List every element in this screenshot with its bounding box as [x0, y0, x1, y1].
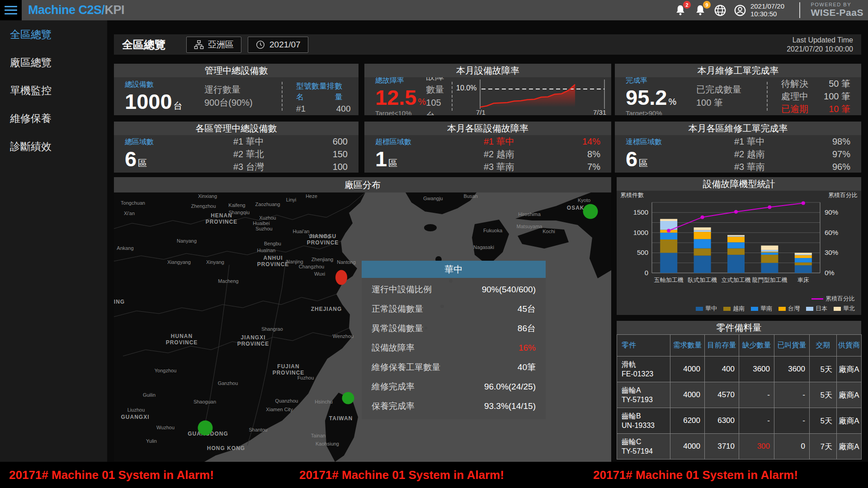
tooltip-row: 維修保養工單數量40筆	[362, 357, 546, 377]
parts-table-body: 滑軌FE-013234000400360036005天廠商A齒輪ATY-5719…	[617, 357, 862, 460]
divider	[452, 82, 453, 111]
table-cell: -	[774, 408, 810, 434]
topbar-divider	[799, 2, 800, 18]
clock-icon	[255, 40, 265, 50]
card-fault-rate: 本月設備故障率 總故障率 12.5 % Target<10% 故障數量 105台…	[364, 64, 611, 115]
powered-by-line2: WISE-PaaS	[811, 7, 863, 18]
top-bar: Machine C2S/ KPI 2 9	[0, 0, 868, 20]
completion-target: Target>90%	[626, 109, 696, 116]
running-devices-stat: 運行數量 900台(90%)	[204, 83, 279, 109]
factory-status-marker[interactable]	[335, 270, 347, 285]
region-work-order-list: #1 華中98%#2 越南97%#3 華南96%	[723, 135, 861, 173]
card-title: 零件備料量	[617, 321, 861, 334]
alarm-marquee-text: 20171# Machine 01 System in Alarm!	[299, 468, 504, 482]
fault-count-stat: 故障數量 105台	[426, 77, 449, 115]
svg-text:1500: 1500	[633, 208, 648, 216]
stat-row: #3 華南7%	[484, 160, 600, 173]
stat-row: #1 AB012300400	[296, 103, 348, 115]
sidebar-item[interactable]: 維修保養	[0, 104, 107, 132]
region-fault-list: #1 華中14%#2 越南8%#3 華南7%	[473, 135, 611, 173]
table-cell: 3600	[739, 357, 774, 382]
system-date: 2021/07/20	[750, 2, 784, 10]
stat-row: #2 越南8%	[484, 148, 600, 160]
stat-row: 已逾期10 筆	[781, 103, 850, 115]
main-content: 全區總覽 亞洲區 2021/07 Last Updated Time	[107, 20, 868, 462]
svg-text:累積件數: 累積件數	[620, 192, 644, 198]
notification-bell-button[interactable]: 2	[674, 4, 687, 17]
month-filter-button[interactable]: 2021/07	[248, 37, 308, 53]
svg-text:臥式加工機: 臥式加工機	[688, 277, 717, 283]
sidebar-item[interactable]: 單機監控	[0, 76, 107, 104]
factory-status-marker[interactable]	[198, 421, 213, 436]
svg-text:60%: 60%	[825, 229, 838, 236]
pareto-line-legend: 累積百分比	[617, 294, 861, 303]
stat-row: #3 華南96%	[734, 160, 850, 173]
legend-entry[interactable]: 華南	[751, 305, 772, 313]
table-cell: 3600	[774, 357, 810, 382]
account-button[interactable]	[733, 4, 747, 17]
sitemap-icon	[194, 40, 204, 50]
part-code: TY-57194	[622, 446, 666, 456]
table-cell: 7天	[810, 434, 837, 460]
total-devices-value: 1000	[125, 90, 172, 113]
card-title: 管理中總設備數	[114, 64, 359, 77]
legend-entry[interactable]: 日本	[806, 305, 827, 313]
legend-entry[interactable]: 台灣	[778, 305, 800, 313]
total-devices-stat: 總設備數 1000 台	[114, 80, 204, 113]
model-ranking-list: 型號數量排名 數量 #1 AB012300400#2 CD012310310#3…	[285, 81, 359, 115]
card-region-fault: 本月各區設備故障率 超標區域數 1 區 #1 華中14%#2 越南8%#3 華南…	[364, 122, 611, 173]
threshold-label: 10.0%	[456, 84, 476, 92]
stat-row: #1 華中14%	[484, 135, 600, 148]
user-icon	[733, 4, 747, 17]
fault-trend-chart: 10.0% 7/1 7/31	[455, 77, 611, 115]
card-region-devices: 各區管理中總設備數 總區域數 6 區 #1 華中600#2 華北150#3 台灣…	[114, 122, 359, 173]
hamburger-menu-button[interactable]	[0, 0, 22, 20]
over-limit-region-stat: 超標區域數 1 區	[364, 137, 473, 170]
sidebar-nav: 全區總覽廠區總覽單機監控維修保養診斷績效	[0, 20, 107, 462]
table-cell: 0	[774, 434, 810, 460]
card-work-order: 本月維修工單完成率 完成率 95.2 % Target>90% 已完成數量 10…	[615, 64, 861, 115]
legend-entry[interactable]: 華中	[696, 305, 717, 313]
last-updated: Last Updated Time 2021/07/20 10:00:00	[787, 36, 853, 54]
alarm-marquee-text: 20171# Machine 01 System in Alarm!	[9, 468, 214, 482]
svg-text:1000: 1000	[633, 229, 648, 236]
stat-row: 處理中100 筆	[781, 90, 850, 103]
stat-row: #1 華中600	[233, 135, 348, 148]
language-globe-button[interactable]	[713, 4, 727, 17]
region-filter-button[interactable]: 亞洲區	[186, 37, 241, 53]
table-cell: -	[739, 382, 774, 408]
app-root: Machine C2S/ KPI 2 9	[0, 0, 868, 488]
tooltip-row: 運行中設備比例90%(540/600)	[362, 280, 546, 299]
globe-icon	[713, 4, 727, 17]
table-header-cell: 需求數量	[670, 335, 705, 357]
divider	[282, 82, 283, 111]
sidebar-item[interactable]: 診斷績效	[0, 132, 107, 160]
page-title: 全區總覽	[122, 38, 165, 52]
factory-status-marker[interactable]	[583, 204, 598, 219]
table-cell: -	[774, 382, 810, 408]
card-factory-map: 廠區分布	[114, 177, 611, 462]
legend-entry[interactable]: 華北	[834, 305, 855, 313]
sidebar-item[interactable]: 全區總覽	[0, 20, 107, 48]
legend-entry-line[interactable]: 累積百分比	[811, 295, 855, 303]
legend-entry[interactable]: 越南	[723, 305, 745, 313]
sidebar-item[interactable]: 廠區總覽	[0, 48, 107, 76]
region-devices-list: #1 華中600#2 華北150#3 台灣100	[222, 135, 359, 173]
factory-status-marker[interactable]	[342, 392, 354, 404]
part-code: UN-19333	[622, 421, 666, 430]
card-title: 各區管理中總設備數	[114, 122, 359, 135]
svg-text:立式加工機: 立式加工機	[722, 277, 751, 283]
region-tooltip: 華中 運行中設備比例90%(540/600)正常設備數量45台異常設備數量86台…	[362, 261, 546, 419]
tooltip-row: 保養完成率93.3%(14/15)	[362, 396, 546, 416]
table-cell: 3710	[705, 434, 739, 460]
map-canvas[interactable]: HENAN PROVINCEJIANGSU PROVINCEANHUI PROV…	[114, 192, 611, 462]
card-fault-model-stats: 設備故障機型統計 累積件數累積百分比0500100015000%30%60%90…	[617, 177, 861, 315]
target-met-region-stat: 達標區域數 6 區	[615, 137, 723, 170]
tooltip-row: 維修完成率96.0%(24/25)	[362, 377, 546, 396]
svg-text:累積百分比: 累積百分比	[828, 192, 858, 198]
alarm-bell-button[interactable]: 9	[693, 4, 707, 17]
stat-row: 待解決50 筆	[781, 77, 850, 90]
table-cell: 廠商A	[837, 382, 862, 408]
card-region-work-order: 本月各區維修工單完成率 達標區域數 6 區 #1 華中98%#2 越南97%#3…	[615, 122, 861, 173]
completion-rate-value: 95.2	[626, 86, 667, 109]
